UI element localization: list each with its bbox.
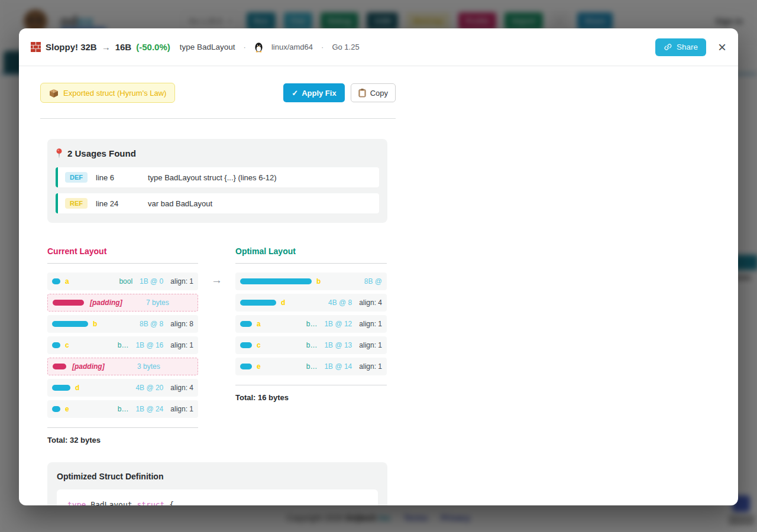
field-type: b… <box>306 362 318 371</box>
byte-bar <box>52 385 70 391</box>
field-name: d <box>75 384 79 392</box>
link-icon <box>664 43 672 51</box>
field-name: a <box>257 320 261 328</box>
padding-size: 3 bytes <box>105 362 193 371</box>
platform-label: linux/amd64 <box>271 43 313 51</box>
field-align: align: 1 <box>359 341 382 349</box>
field-align: align: 1 <box>359 362 382 371</box>
pin-icon <box>56 148 63 159</box>
close-icon[interactable]: × <box>718 40 726 54</box>
byte-bar <box>240 364 252 369</box>
usage-badge: REF <box>65 198 88 209</box>
field-align: align: 1 <box>170 405 193 413</box>
optimal-row-e: eb…1B @ 14align: 1 <box>235 358 387 375</box>
field-align: align: 4 <box>359 299 382 307</box>
field-size: 1B @ 13 <box>324 341 352 349</box>
layout-comparison: Current Layout abool1B @ 0align: 1[paddi… <box>47 246 396 445</box>
field-align: align: 8 <box>170 320 193 328</box>
optimal-layout-title: Optimal Layout <box>235 246 387 264</box>
current-row-b: b8B @ 8align: 8 <box>47 315 198 333</box>
field-size: 4B @ 8 <box>328 299 352 307</box>
dialog-body: Exported struct (Hyrum's Law) ✓ Apply Fi… <box>19 83 738 505</box>
brick-icon <box>31 42 41 52</box>
share-button[interactable]: Share <box>655 38 706 56</box>
usage-row-ref[interactable]: REFline 24var bad BadLayout <box>56 193 379 213</box>
field-name: [padding] <box>90 299 122 307</box>
field-name: c <box>257 341 261 349</box>
copy-button[interactable]: Copy <box>351 83 396 102</box>
byte-bar <box>52 278 60 284</box>
dialog-meta: type BadLayout · linux/amd64 · Go 1.25 <box>180 42 360 53</box>
struct-type-label: type BadLayout <box>180 43 235 51</box>
optimized-struct-title: Optimized Struct Definition <box>57 472 378 481</box>
usage-line-number: line 6 <box>96 173 132 182</box>
current-row-padding: [padding]7 bytes <box>47 294 198 312</box>
optimal-layout-column: Optimal Layout b8B @d4B @ 8align: 4ab…1B… <box>235 246 387 445</box>
field-size: 1B @ 12 <box>324 320 352 328</box>
field-size: 4B @ 20 <box>135 384 163 392</box>
size-delta: (-50.0%) <box>136 42 170 52</box>
field-size: 1B @ 14 <box>324 362 352 371</box>
field-size: 1B @ 16 <box>135 341 163 349</box>
usages-card: 2 Usages Found DEFline 6type BadLayout s… <box>47 139 387 223</box>
field-name: [padding] <box>72 362 105 371</box>
go-version-label: Go 1.25 <box>332 43 359 51</box>
field-name: b <box>93 320 97 328</box>
check-icon: ✓ <box>292 89 298 98</box>
byte-bar <box>52 406 60 412</box>
current-row-e: eb…1B @ 24align: 1 <box>47 400 198 418</box>
actions-row: Exported struct (Hyrum's Law) ✓ Apply Fi… <box>40 83 396 103</box>
field-size: 1B @ 24 <box>135 405 163 413</box>
byte-bar <box>53 300 84 306</box>
field-name: d <box>281 299 285 307</box>
optimized-code-block: type BadLayout struct { b int64 d int32 <box>57 489 378 505</box>
hyrums-law-badge: Exported struct (Hyrum's Law) <box>40 83 175 103</box>
usage-badge: DEF <box>65 172 88 183</box>
padding-size: 7 bytes <box>122 299 193 307</box>
field-type: b… <box>118 341 129 349</box>
byte-bar <box>52 342 60 348</box>
dialog-header: Sloppy! 32B → 16B (-50.0%) type BadLayou… <box>19 28 738 66</box>
field-type: b… <box>306 320 318 328</box>
byte-bar <box>240 300 276 306</box>
field-name: a <box>65 277 69 286</box>
field-type: b… <box>306 341 318 349</box>
clipboard-icon <box>358 88 366 98</box>
penguin-icon <box>254 42 263 53</box>
usage-row-def[interactable]: DEFline 6type BadLayout struct {...} (li… <box>56 167 379 187</box>
byte-bar <box>240 321 252 327</box>
current-layout-column: Current Layout abool1B @ 0align: 1[paddi… <box>47 246 198 445</box>
field-align: align: 1 <box>170 341 193 349</box>
optimal-row-a: ab…1B @ 12align: 1 <box>235 315 387 333</box>
byte-bar <box>53 364 66 369</box>
optimal-row-c: cb…1B @ 13align: 1 <box>235 336 387 354</box>
current-layout-title: Current Layout <box>47 246 198 264</box>
field-type: bool <box>119 277 132 286</box>
byte-bar <box>240 278 312 284</box>
usages-title: 2 Usages Found <box>56 148 379 159</box>
current-layout-rows: abool1B @ 0align: 1[padding]7 bytesb8B @… <box>47 273 198 418</box>
apply-fix-button[interactable]: ✓ Apply Fix <box>283 83 344 102</box>
field-name: c <box>65 341 69 349</box>
field-align: align: 1 <box>170 277 193 286</box>
usage-line-number: line 24 <box>96 199 132 208</box>
current-row-c: cb…1B @ 16align: 1 <box>47 336 198 354</box>
current-row-a: abool1B @ 0align: 1 <box>47 273 198 290</box>
usage-description: type BadLayout struct {...} (lines 6-12) <box>148 173 277 182</box>
package-icon <box>49 88 59 98</box>
current-row-d: d4B @ 20align: 4 <box>47 379 198 397</box>
optimal-row-d: d4B @ 8align: 4 <box>235 294 387 312</box>
section-divider <box>40 118 396 119</box>
usage-description: var bad BadLayout <box>148 199 212 208</box>
field-size: 1B @ 0 <box>140 277 163 286</box>
layout-arrow-icon: → <box>198 246 235 445</box>
field-size: 8B @ <box>364 277 382 286</box>
byte-bar <box>52 321 88 327</box>
field-name: e <box>65 405 69 413</box>
optimal-layout-total: Total: 16 bytes <box>235 385 387 402</box>
field-name: b <box>316 277 321 286</box>
field-align: align: 1 <box>359 320 382 328</box>
dialog-title: Sloppy! 32B → 16B (-50.0%) <box>46 42 170 52</box>
struct-layout-dialog: Sloppy! 32B → 16B (-50.0%) type BadLayou… <box>19 28 738 505</box>
usage-list: DEFline 6type BadLayout struct {...} (li… <box>56 167 379 213</box>
